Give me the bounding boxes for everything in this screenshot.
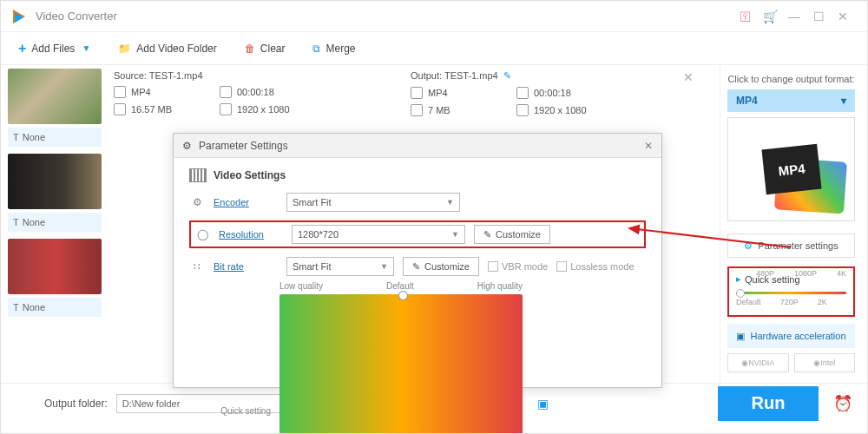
add-folder-button[interactable]: 📁Add Video Folder xyxy=(109,39,226,58)
parameter-settings-button[interactable]: ⚙Parameter settings xyxy=(727,233,855,258)
maximize-button[interactable]: ☐ xyxy=(806,4,831,29)
dialog-close-button[interactable]: ✕ xyxy=(644,140,653,152)
film-icon xyxy=(189,168,207,182)
clock-icon xyxy=(516,87,529,99)
vbr-checkbox[interactable]: VBR mode xyxy=(488,261,548,272)
clock-icon xyxy=(220,86,232,98)
toolbar: +Add Files▼ 📁Add Video Folder 🗑Clear ⧉Me… xyxy=(1,32,867,65)
minimize-button[interactable]: — xyxy=(782,4,806,29)
clear-button[interactable]: 🗑Clear xyxy=(236,39,294,58)
encoder-select[interactable]: Smart Fit▼ xyxy=(286,193,460,212)
nvidia-button[interactable]: ◉ NVIDIA xyxy=(727,353,789,372)
key-icon[interactable]: ⚿ xyxy=(733,4,758,29)
resolution-select[interactable]: 1280*720▼ xyxy=(292,225,465,244)
res-icon xyxy=(220,103,232,115)
gear-icon: ⚙ xyxy=(189,196,205,208)
app-logo xyxy=(13,9,29,24)
intel-button[interactable]: ◉ Intel xyxy=(794,353,856,372)
size-icon xyxy=(114,103,126,115)
hardware-accel-button[interactable]: ▣Hardware acceleration xyxy=(727,324,855,348)
output-format-button[interactable]: MP4▾ xyxy=(727,89,855,112)
source-label: Source: TEST-1.mp4 xyxy=(114,70,306,81)
bitrate-icon: ∷ xyxy=(189,260,205,273)
quick-setting-slider[interactable] xyxy=(736,292,846,294)
format-preview[interactable]: MP4 xyxy=(727,117,855,221)
bitrate-select[interactable]: Smart Fit▼ xyxy=(286,257,394,276)
customize-resolution-button[interactable]: ✎Customize xyxy=(474,225,550,244)
size-icon xyxy=(411,104,423,116)
subtitle-none[interactable]: TNone xyxy=(8,213,102,232)
app-title: Video Converter xyxy=(36,10,733,23)
titlebar: Video Converter ⚿ 🛒 — ☐ ✕ xyxy=(1,1,867,32)
bitrate-label: Bit rate xyxy=(214,261,278,272)
close-item-button[interactable]: ✕ xyxy=(683,70,694,84)
dialog-title: Parameter Settings xyxy=(199,140,288,152)
subtitle-none[interactable]: TNone xyxy=(8,298,102,317)
format-icon xyxy=(411,87,423,99)
close-button[interactable]: ✕ xyxy=(831,4,855,29)
quick-setting-panel: ▸Quick setting 480P1080P4K Default720P2K xyxy=(727,266,855,317)
schedule-button[interactable]: ⏰ xyxy=(827,388,858,419)
pencil-icon[interactable]: ✎ xyxy=(503,70,511,81)
run-button[interactable]: Run xyxy=(718,386,819,421)
thumbnail-list: TNone TNone TNone xyxy=(1,65,105,386)
format-icon xyxy=(114,86,126,98)
add-files-button[interactable]: +Add Files▼ xyxy=(10,37,99,60)
thumbnail[interactable] xyxy=(8,154,102,209)
resolution-highlight: ◯ Resolution 1280*720▼ ✎Customize xyxy=(189,220,646,248)
customize-bitrate-button[interactable]: ✎Customize xyxy=(403,257,479,276)
parameter-settings-dialog: ⚙ Parameter Settings ✕ Video Settings ⚙ … xyxy=(173,133,662,388)
output-folder-label: Output folder: xyxy=(44,398,108,410)
cart-icon[interactable]: 🛒 xyxy=(758,4,782,29)
format-hint-label: Click to change output format: xyxy=(727,74,855,84)
encoder-label: Encoder xyxy=(214,197,278,207)
settings-icon: ⚙ xyxy=(182,140,192,152)
resolution-icon: ◯ xyxy=(194,228,210,240)
output-label: Output: TEST-1.mp4 xyxy=(411,70,498,81)
resolution-label: Resolution xyxy=(219,229,283,240)
merge-button[interactable]: ⧉Merge xyxy=(304,39,364,58)
lossless-checkbox[interactable]: Lossless mode xyxy=(556,261,634,272)
subtitle-none[interactable]: TNone xyxy=(8,128,102,147)
thumbnail[interactable] xyxy=(8,69,102,124)
res-icon xyxy=(516,104,529,116)
thumbnail[interactable] xyxy=(8,239,102,294)
quality-slider[interactable] xyxy=(279,294,523,434)
